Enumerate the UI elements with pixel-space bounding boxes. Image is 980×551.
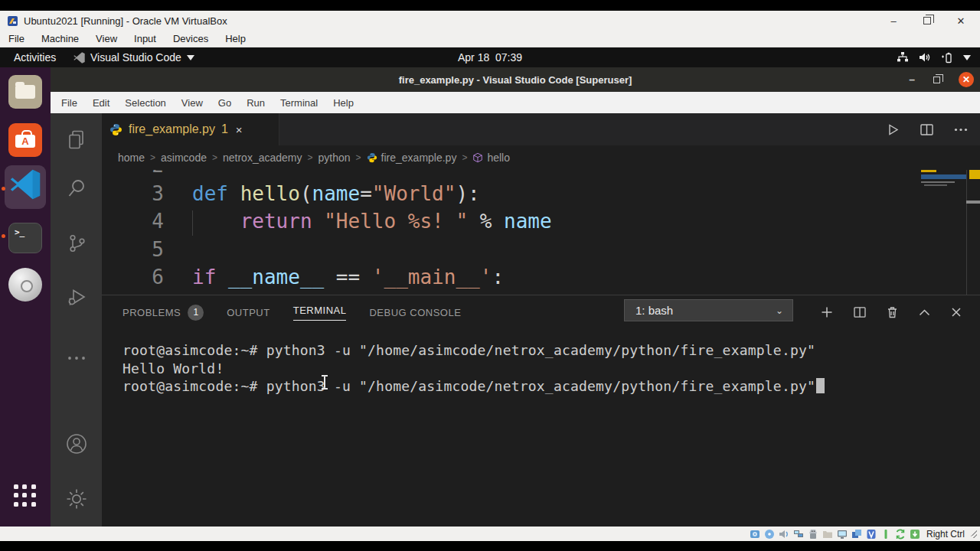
code-line[interactable]: 4 return "Hello %s! " % name: [102, 207, 980, 236]
run-icon[interactable]: [887, 123, 900, 136]
split-editor-icon[interactable]: [920, 124, 933, 135]
tab-debug-console[interactable]: DEBUG CONSOLE: [369, 307, 461, 318]
breadcrumb-file[interactable]: fire_example.py: [367, 152, 457, 164]
panel-header: PROBLEMS 1 OUTPUT TERMINAL DEBUG CONSOLE: [102, 295, 980, 329]
restore-icon[interactable]: [933, 77, 940, 83]
breadcrumb-python[interactable]: python: [318, 152, 351, 164]
code-line[interactable]: 2: [102, 170, 980, 180]
breadcrumb-home[interactable]: home: [118, 152, 145, 164]
vbox-menu-help[interactable]: Help: [217, 33, 254, 44]
usb-icon[interactable]: [808, 528, 819, 540]
breadcrumb-separator-icon: >: [462, 152, 467, 163]
clock[interactable]: Apr 18 07:39: [0, 47, 980, 67]
run-debug-icon[interactable]: [51, 279, 102, 315]
split-terminal-icon[interactable]: [854, 307, 866, 318]
kill-terminal-icon[interactable]: [887, 306, 898, 318]
dock-item-files[interactable]: [8, 75, 42, 109]
more-views-icon[interactable]: [51, 340, 102, 377]
explorer-icon[interactable]: [51, 121, 102, 158]
code-line[interactable]: 5: [102, 236, 980, 264]
menu-file[interactable]: File: [54, 97, 85, 109]
dock-item-disc[interactable]: [8, 268, 42, 302]
dock-item-vscode[interactable]: [10, 169, 41, 203]
new-terminal-icon[interactable]: [821, 306, 833, 318]
indent-guide: [192, 210, 193, 236]
menu-edit[interactable]: Edit: [85, 97, 117, 109]
vbox-menu-input[interactable]: Input: [126, 33, 165, 44]
virtualbox-titlebar[interactable]: Ubuntu2021 [Running] - Oracle VM Virtual…: [0, 11, 980, 31]
tab-label: fire_example.py: [129, 122, 215, 136]
menu-help[interactable]: Help: [325, 97, 361, 109]
search-icon[interactable]: [51, 170, 102, 207]
menu-run[interactable]: Run: [239, 97, 273, 109]
tab-output[interactable]: OUTPUT: [227, 307, 270, 318]
terminal-icon: >_: [15, 227, 24, 237]
screen: Ubuntu2021 [Running] - Oracle VM Virtual…: [0, 0, 980, 551]
terminal-line: root@asimcode:~# python3 -u "/home/asimc…: [122, 377, 825, 396]
running-dot: [2, 187, 5, 191]
autoresize-icon[interactable]: [895, 528, 906, 540]
restore-icon[interactable]: [920, 15, 934, 27]
terminal-output[interactable]: root@asimcode:~# python3 -u "/home/asimc…: [122, 341, 825, 396]
overview-ruler-warning-marker: [969, 170, 980, 179]
minimap[interactable]: [921, 170, 936, 172]
display-icon[interactable]: [837, 528, 848, 540]
symbol-namespace-icon: [472, 152, 483, 163]
source-control-icon[interactable]: [51, 225, 102, 262]
menu-view[interactable]: View: [174, 97, 211, 109]
optical-disc-icon[interactable]: [764, 528, 776, 540]
vscode-titlebar[interactable]: fire_example.py - Visual Studio Code [Su…: [51, 67, 980, 92]
terminal-shell-select[interactable]: 1: bash ⌄: [624, 299, 793, 321]
maximize-panel-icon[interactable]: [919, 309, 930, 316]
virtualbox-menubar: File Machine View Input Devices Help: [0, 31, 980, 47]
breadcrumb-netrox-academy[interactable]: netrox_academy: [223, 152, 302, 164]
minimize-icon[interactable]: –: [887, 15, 900, 27]
volume-icon: [919, 52, 931, 63]
network-icon[interactable]: [793, 528, 805, 540]
system-tray[interactable]: [897, 47, 971, 67]
running-dot: [2, 234, 5, 238]
tab-fire-example[interactable]: fire_example.py 1 ×: [102, 113, 279, 145]
shared-folders-icon[interactable]: [822, 528, 834, 540]
chevron-down-icon: ⌄: [776, 305, 783, 316]
show-applications-button[interactable]: [14, 484, 37, 507]
vbox-menu-file[interactable]: File: [0, 33, 33, 44]
vbox-menu-machine[interactable]: Machine: [33, 33, 87, 44]
resize-grip[interactable]: [971, 530, 977, 538]
more-actions-icon[interactable]: [954, 128, 968, 132]
close-panel-icon[interactable]: [951, 307, 962, 318]
account-icon[interactable]: [51, 425, 102, 462]
breadcrumb-asimcode[interactable]: asimcode: [161, 152, 207, 164]
breadcrumb-symbol-hello[interactable]: hello: [472, 152, 510, 164]
close-icon[interactable]: ✕: [954, 15, 968, 27]
dock-item-terminal[interactable]: >_: [8, 223, 42, 253]
tab-terminal[interactable]: TERMINAL: [293, 305, 347, 321]
line-number: 4: [102, 210, 175, 233]
close-tab-icon[interactable]: ×: [236, 123, 243, 136]
audio-icon[interactable]: [779, 528, 790, 540]
vscode-window: fire_example.py - Visual Studio Code [Su…: [51, 67, 980, 527]
dock-arrow-icon[interactable]: [910, 528, 921, 540]
code-line[interactable]: 3def hello(name="World"):: [102, 180, 980, 208]
terminal-line: Hello World!: [122, 360, 825, 378]
minimize-icon[interactable]: –: [909, 73, 915, 86]
battery-icon: [941, 52, 953, 64]
close-icon[interactable]: ✕: [959, 72, 974, 87]
shared-clipboard-icon[interactable]: [851, 528, 863, 540]
settings-gear-icon[interactable]: [51, 481, 102, 517]
vbox-menu-view[interactable]: View: [87, 33, 126, 44]
code-line[interactable]: 6if __name__ == '__main__':: [102, 263, 980, 292]
vbox-menu-devices[interactable]: Devices: [165, 33, 217, 44]
features-icon[interactable]: [866, 528, 877, 540]
menu-go[interactable]: Go: [211, 97, 239, 109]
menu-terminal[interactable]: Terminal: [273, 97, 325, 109]
tab-bar: fire_example.py 1 ×: [102, 113, 980, 145]
harddisk-icon[interactable]: [750, 528, 761, 540]
dock-item-ubuntu-software[interactable]: A: [8, 123, 42, 157]
minimap-line: [921, 181, 955, 183]
tab-problems[interactable]: PROBLEMS 1: [122, 305, 204, 321]
minimap-border: [966, 170, 967, 295]
code-editor[interactable]: 23def hello(name="World"):4 return "Hell…: [102, 170, 980, 295]
menu-selection[interactable]: Selection: [117, 97, 173, 109]
virtualbox-statusbar: Right Ctrl: [0, 527, 980, 541]
